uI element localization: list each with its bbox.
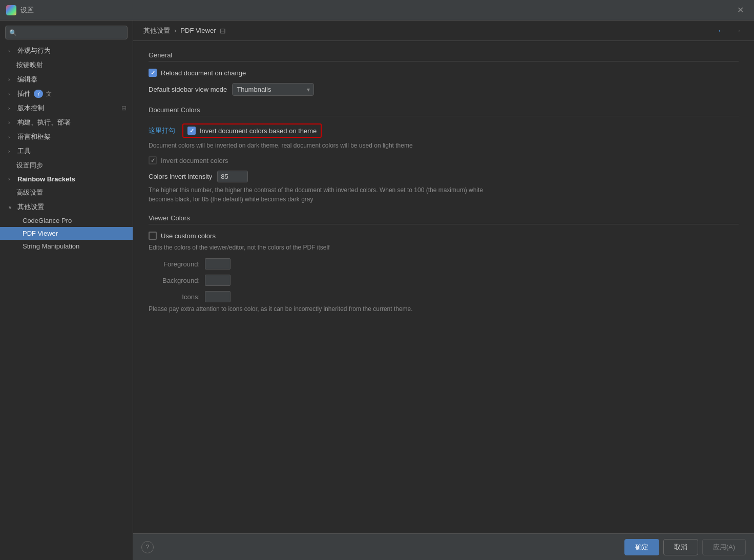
search-icon: 🔍: [9, 29, 17, 36]
sidebar-view-mode-dropdown[interactable]: Thumbnails Bookmarks None: [232, 83, 314, 96]
sidebar-item-label: 编辑器: [17, 75, 37, 84]
general-section: General ✓ Reload document on change Defa…: [149, 51, 739, 96]
translate-icon: 文: [46, 90, 52, 98]
annotation-text: 这里打勾: [149, 126, 175, 135]
foreground-color-swatch[interactable]: [205, 258, 231, 269]
forward-button[interactable]: →: [731, 25, 744, 36]
sidebar-view-mode-dropdown-wrap: Thumbnails Bookmarks None: [232, 83, 314, 96]
sidebar-item-build[interactable]: › 构建、执行、部署: [0, 115, 133, 130]
chevron-right-icon: ›: [8, 77, 14, 82]
sidebar-item-label: String Manipulation: [23, 242, 79, 250]
viewer-colors-title: Viewer Colors: [149, 214, 739, 224]
sidebar-item-label: 语言和框架: [17, 132, 51, 141]
intensity-input[interactable]: [217, 171, 248, 182]
settings-content: General ✓ Reload document on change Defa…: [133, 41, 754, 533]
chevron-right-icon: ›: [8, 134, 14, 140]
sidebar-item-label: 插件: [17, 89, 31, 98]
sidebar-item-label: 按键映射: [16, 60, 43, 70]
sidebar-item-label: 版本控制: [17, 103, 44, 113]
chevron-right-icon: ›: [8, 106, 14, 111]
chevron-right-icon: ›: [8, 120, 14, 126]
sidebar-item-advanced[interactable]: 高级设置: [0, 185, 133, 200]
reload-doc-checkbox[interactable]: ✓: [149, 69, 157, 77]
foreground-label: Foreground:: [149, 260, 200, 268]
help-button[interactable]: ?: [141, 541, 154, 553]
sidebar-item-label: 设置同步: [16, 161, 43, 170]
sidebar-item-other[interactable]: ∨ 其他设置: [0, 200, 133, 214]
breadcrumb-parent: 其他设置: [143, 26, 170, 35]
sidebar-item-plugins[interactable]: › 插件 7 文: [0, 87, 133, 101]
sidebar-item-label: PDF Viewer: [23, 230, 58, 237]
invert-doc-colors-row: ✓ Invert document colors: [149, 156, 739, 164]
sidebar-item-codeglance[interactable]: CodeGlance Pro: [0, 214, 133, 227]
document-colors-section: Document Colors 这里打勾 ✓ Invert document c…: [149, 106, 739, 204]
main-layout: 🔍 › 外观与行为 按键映射 › 编辑器 › 插件 7 文 › 版本控制 ⊟ ›…: [0, 20, 754, 560]
back-button[interactable]: ←: [715, 25, 727, 36]
checkmark-icon: ✓: [190, 128, 194, 134]
invert-theme-highlighted[interactable]: ✓ Invert document colors based on theme: [182, 123, 322, 138]
invert-doc-colors-checkbox: ✓: [149, 156, 157, 164]
apply-button[interactable]: 应用(A): [702, 539, 746, 555]
reload-doc-row: ✓ Reload document on change: [149, 69, 739, 77]
cancel-button[interactable]: 取消: [663, 539, 698, 555]
general-section-title: General: [149, 51, 739, 61]
reload-doc-label: Reload document on change: [161, 69, 246, 77]
sidebar-item-editor[interactable]: › 编辑器: [0, 72, 133, 87]
custom-colors-checkbox[interactable]: [149, 232, 157, 240]
plugins-badge: 7: [34, 90, 43, 98]
invert-theme-label: Invert document colors based on theme: [200, 127, 317, 135]
sidebar-view-mode-row: Default sidebar view mode Thumbnails Boo…: [149, 83, 739, 96]
invert-doc-colors-label: Invert document colors: [161, 157, 228, 164]
intensity-desc: The higher this number, the higher the c…: [149, 185, 497, 204]
checkmark-icon: ✓: [151, 70, 155, 76]
breadcrumb: 其他设置 › PDF Viewer ⊟: [143, 26, 226, 35]
bottom-bar: ? 确定 取消 应用(A): [133, 533, 754, 560]
custom-colors-desc: Edits the colors of the viewer/editor, n…: [149, 243, 497, 252]
sidebar-item-label: 工具: [17, 147, 31, 156]
sidebar: 🔍 › 外观与行为 按键映射 › 编辑器 › 插件 7 文 › 版本控制 ⊟ ›…: [0, 20, 133, 560]
sidebar-item-label: 构建、执行、部署: [17, 118, 71, 127]
custom-colors-wrap[interactable]: Use custom colors: [149, 232, 216, 240]
chevron-right-icon: ›: [8, 91, 14, 97]
nav-arrows: ← →: [715, 25, 744, 36]
sidebar-item-label: CodeGlance Pro: [23, 217, 72, 224]
sidebar-view-mode-label: Default sidebar view mode: [149, 86, 227, 93]
icons-color-swatch[interactable]: [205, 291, 231, 302]
sidebar-item-keymap[interactable]: 按键映射: [0, 58, 133, 72]
sidebar-item-label: 其他设置: [17, 202, 44, 212]
background-row: Background:: [149, 275, 739, 286]
breadcrumb-bar: 其他设置 › PDF Viewer ⊟ ← →: [133, 20, 754, 41]
icons-desc: Please pay extra attention to icons colo…: [149, 304, 497, 314]
close-button[interactable]: ✕: [733, 3, 748, 17]
search-input[interactable]: [5, 26, 128, 39]
invert-theme-checkbox[interactable]: ✓: [187, 127, 196, 135]
sidebar-item-label: Rainbow Brackets: [17, 175, 75, 183]
sidebar-item-string[interactable]: String Manipulation: [0, 240, 133, 253]
intensity-label: Colors invert intensity: [149, 173, 212, 180]
breadcrumb-separator: ›: [174, 27, 176, 34]
breadcrumb-current: PDF Viewer: [180, 27, 216, 34]
sidebar-item-appearance[interactable]: › 外观与行为: [0, 44, 133, 58]
viewer-colors-section: Viewer Colors Use custom colors Edits th…: [149, 214, 739, 314]
app-icon: [6, 5, 16, 15]
invert-doc-colors-wrap: ✓ Invert document colors: [149, 156, 228, 164]
title-bar-title: 设置: [20, 6, 733, 15]
confirm-button[interactable]: 确定: [624, 539, 659, 555]
sidebar-item-vcs[interactable]: › 版本控制 ⊟: [0, 101, 133, 115]
background-color-swatch[interactable]: [205, 275, 231, 286]
sidebar-item-language[interactable]: › 语言和框架: [0, 130, 133, 144]
reload-doc-checkbox-wrap[interactable]: ✓ Reload document on change: [149, 69, 246, 77]
sidebar-item-tools[interactable]: › 工具: [0, 144, 133, 158]
sidebar-item-pdfviewer[interactable]: PDF Viewer: [0, 227, 133, 240]
invert-theme-row: 这里打勾 ✓ Invert document colors based on t…: [149, 123, 739, 138]
invert-theme-desc: Document colors will be inverted on dark…: [149, 141, 497, 150]
sidebar-item-label: 高级设置: [16, 188, 43, 197]
sidebar-item-sync[interactable]: 设置同步: [0, 158, 133, 173]
sidebar-item-label: 外观与行为: [17, 46, 51, 55]
checkmark-icon: ✓: [151, 157, 155, 164]
chevron-right-icon: ›: [8, 176, 14, 182]
foreground-row: Foreground:: [149, 258, 739, 269]
custom-colors-label: Use custom colors: [161, 232, 216, 240]
chevron-right-icon: ›: [8, 149, 14, 154]
sidebar-item-rainbow[interactable]: › Rainbow Brackets: [0, 173, 133, 185]
